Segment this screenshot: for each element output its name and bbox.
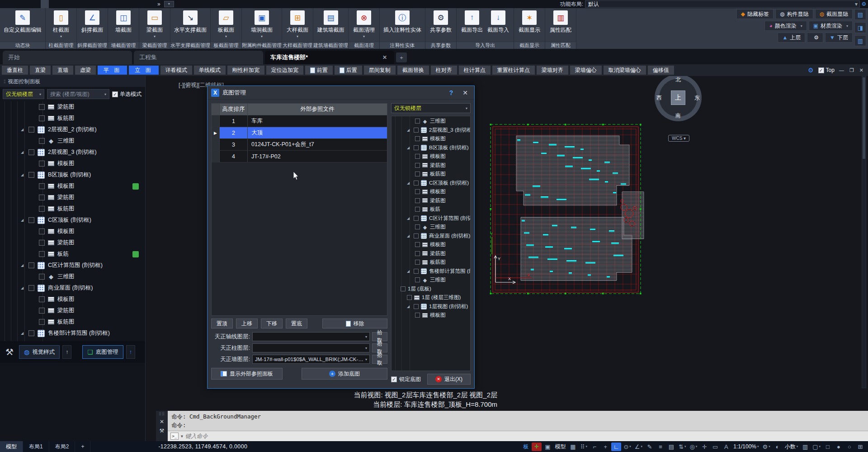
- layer-combobox[interactable]: ▾: [252, 332, 370, 341]
- gizmo-icon[interactable]: ◎ ▾: [688, 442, 698, 451]
- item-checkbox[interactable]: [28, 172, 34, 178]
- horizontal-brace-section-button[interactable]: ↘ 水平支撑截面 ▾: [174, 10, 207, 34]
- item-checkbox[interactable]: [415, 224, 420, 229]
- menu-item[interactable]: [90, 0, 98, 8]
- selection-cycling-icon[interactable]: ⇅ ▾: [677, 442, 687, 451]
- item-checkbox[interactable]: [39, 228, 45, 234]
- top-view-checkbox[interactable]: ✓Top: [818, 67, 835, 73]
- window-controls[interactable]: —❐✕: [839, 67, 863, 73]
- tree-item[interactable]: ◢ 三维图: [392, 223, 471, 232]
- visual-style-button[interactable]: ◍ 视觉样式: [19, 345, 60, 359]
- color-render-button[interactable]: ◕颜色渲染▾: [764, 21, 807, 31]
- item-checkbox[interactable]: [414, 233, 419, 238]
- tree-item[interactable]: ◢ 三维图: [392, 117, 471, 126]
- section-display-button[interactable]: ✶ 截面显示 ▾: [518, 10, 541, 34]
- gear-icon[interactable]: ⚙: [860, 1, 868, 7]
- expander-icon[interactable]: ◢: [407, 146, 411, 150]
- toolbar-button[interactable]: 重置柱计算点: [492, 66, 535, 75]
- menu-item[interactable]: [122, 0, 130, 8]
- toolbar-button[interactable]: 层间复制: [364, 66, 396, 75]
- expander-icon[interactable]: ◢: [21, 150, 25, 154]
- item-checkbox[interactable]: [39, 240, 45, 246]
- single-select-checkbox[interactable]: ✓单选模式: [112, 90, 142, 98]
- table-row[interactable]: ▶ 1 车库: [212, 115, 387, 127]
- custom-section-edit-button[interactable]: ✎ 自定义截面编辑 ▾: [4, 10, 42, 34]
- item-checkbox[interactable]: [414, 304, 419, 309]
- units-format-value[interactable]: 小数 ▾: [783, 442, 800, 451]
- tree-item[interactable]: ◢ 1层 (楼层三维图): [392, 293, 471, 302]
- section-cleanup-button[interactable]: ⊗ 截面清理 ▾: [352, 10, 376, 38]
- component-visibility-button[interactable]: ◍构件显隐: [775, 9, 813, 19]
- tree-item[interactable]: ◢ 三维图: [0, 271, 145, 282]
- grid-display-icon[interactable]: ▦ ▾: [568, 442, 578, 451]
- item-checkbox[interactable]: [415, 207, 420, 212]
- wall-opening-section-button[interactable]: ▣ 墙洞截面 ▾: [250, 10, 274, 38]
- tree-item[interactable]: ◢ 售楼部计算范围 (剖切...: [392, 267, 471, 276]
- menu-overflow-icon[interactable]: »: [155, 0, 163, 8]
- document-tab[interactable]: 工程集 ✕: [134, 51, 263, 64]
- toolbar-button[interactable]: 垂直柱: [2, 66, 28, 75]
- tree-item[interactable]: ◢ 梁筋图: [392, 196, 471, 205]
- lower-floor-button[interactable]: ▼下层: [825, 33, 853, 43]
- detail-section-button[interactable]: ⊞ 大样截面 ▾: [286, 10, 309, 38]
- property-match-button[interactable]: ▥ 属性匹配 ▾: [549, 10, 572, 34]
- snap-mode-icon[interactable]: ⠿ ▾: [579, 442, 589, 451]
- layout-tab[interactable]: 布局2: [49, 441, 75, 452]
- collapse-up-button[interactable]: ↑: [126, 345, 135, 359]
- toolbar-button[interactable]: 立 面: [129, 66, 158, 75]
- item-checkbox[interactable]: [414, 269, 419, 274]
- hide-tags-button[interactable]: ◆隐藏标签: [736, 9, 774, 19]
- tree-item[interactable]: ◢ B区顶板 (剖切框): [0, 169, 145, 181]
- menu-extra-dropdown[interactable]: ▾: [164, 1, 174, 7]
- toolbar-button[interactable]: 刚性杆加宽: [227, 66, 264, 75]
- workspace-icon[interactable]: ◐ ▾: [773, 442, 783, 451]
- tree-item[interactable]: ◢ 2层视图_2 (剖切框): [0, 124, 145, 135]
- section-import-button[interactable]: ↓ 截面导入 ▾: [486, 10, 510, 34]
- item-checkbox[interactable]: [39, 308, 45, 314]
- insert-annotation-entity-button[interactable]: ⓘ 插入注释性实体 ▾: [383, 10, 421, 34]
- tree-item[interactable]: ◢ 三维图: [392, 276, 471, 285]
- column-header-order[interactable]: 高度排序: [220, 104, 248, 115]
- wall-section-button[interactable]: ◫ 墙截面 ▾: [112, 10, 135, 34]
- tree-item[interactable]: ◢ C区顶板 (剖切框): [392, 179, 471, 188]
- command-history[interactable]: 命令: Cmd_BackGroundManager 命令:: [168, 411, 868, 431]
- move-up-button[interactable]: 上移: [236, 319, 258, 328]
- menu-item[interactable]: [81, 0, 90, 8]
- menu-item[interactable]: [114, 0, 122, 8]
- item-checkbox[interactable]: [39, 319, 45, 325]
- layer-combobox[interactable]: ▾: [252, 343, 370, 352]
- menu-item[interactable]: [33, 0, 41, 8]
- slab-section-button[interactable]: ▱ 板截面 ▾: [214, 10, 238, 38]
- menu-item[interactable]: [130, 0, 138, 8]
- gear-icon[interactable]: ⚙: [808, 67, 814, 74]
- expander-icon[interactable]: ◢: [21, 286, 25, 290]
- item-checkbox[interactable]: [39, 206, 45, 212]
- toolbar-button[interactable]: 偏移值: [648, 66, 674, 75]
- item-checkbox[interactable]: [39, 161, 45, 167]
- item-checkbox[interactable]: [414, 145, 419, 150]
- pick-button[interactable]: 拾取: [372, 355, 387, 364]
- item-checkbox[interactable]: [414, 181, 419, 186]
- status-dot-icon[interactable]: ● ▾: [834, 442, 844, 451]
- exit-button[interactable]: ✕ 退出(X): [427, 374, 471, 385]
- help-icon[interactable]: ?: [446, 89, 457, 96]
- menu-item[interactable]: [24, 0, 33, 8]
- brace-section-button[interactable]: ∠ 斜撑截面 ▾: [80, 10, 104, 34]
- item-checkbox[interactable]: [415, 242, 420, 247]
- dynamic-input-icon[interactable]: + ▾: [600, 442, 610, 451]
- display-monitor-icon[interactable]: ▢ ▾: [811, 442, 822, 451]
- viewport-preview-icon[interactable]: ▣ ▾: [542, 442, 552, 451]
- layout-tab[interactable]: 模型: [0, 441, 23, 452]
- toolbar-button[interactable]: 直梁: [30, 66, 51, 75]
- compass-west[interactable]: 西: [656, 94, 662, 102]
- background-manager-button[interactable]: ❏ 底图管理: [82, 345, 123, 359]
- material-render-button[interactable]: ▣材质渲染▾: [809, 21, 853, 31]
- model-space-button[interactable]: 模型 ▾: [553, 442, 567, 451]
- item-checkbox[interactable]: [39, 183, 45, 189]
- command-input[interactable]: >_ ▼ 键入命令: [168, 431, 868, 441]
- tree-item[interactable]: ◢ 模板图: [0, 294, 145, 305]
- toolbar-button[interactable]: 后置: [335, 66, 362, 75]
- drag-handle[interactable]: ⁞⁞: [4, 79, 5, 84]
- pick-button[interactable]: 拾取: [372, 332, 387, 341]
- quick-properties-icon[interactable]: ▥ ▾: [800, 442, 810, 451]
